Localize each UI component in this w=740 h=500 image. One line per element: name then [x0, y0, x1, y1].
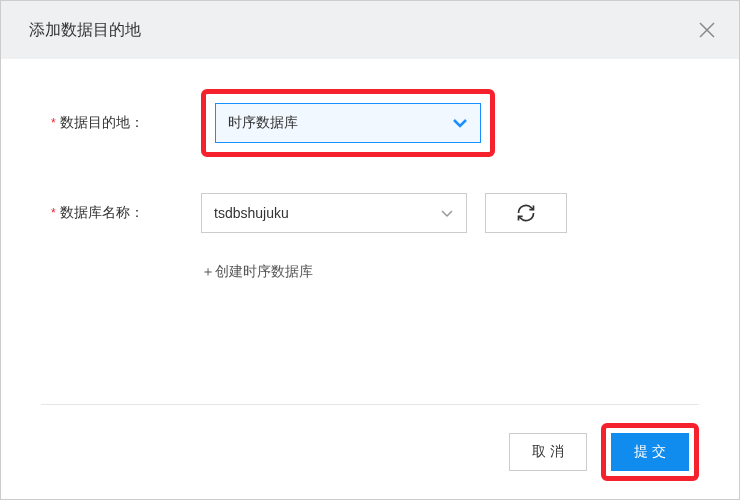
- required-asterisk: *: [51, 206, 56, 220]
- refresh-icon: [516, 203, 536, 223]
- dialog-footer: 取消 提交: [41, 404, 699, 499]
- dialog-title: 添加数据目的地: [29, 20, 141, 41]
- destination-select-value: 时序数据库: [228, 114, 298, 132]
- chevron-down-icon: [452, 115, 468, 131]
- add-destination-dialog: 添加数据目的地 *数据目的地： 时序数据库 *数据库名称：: [0, 0, 740, 500]
- dbname-control-wrap: tsdbshujuku: [201, 193, 567, 233]
- dialog-header: 添加数据目的地: [1, 1, 739, 59]
- dbname-label: *数据库名称：: [41, 204, 201, 222]
- dbname-select[interactable]: tsdbshujuku: [201, 193, 467, 233]
- dbname-label-text: 数据库名称：: [60, 204, 144, 220]
- destination-highlight: 时序数据库: [201, 89, 495, 157]
- dbname-select-value: tsdbshujuku: [214, 205, 289, 221]
- form-row-destination: *数据目的地： 时序数据库: [41, 89, 699, 157]
- close-button[interactable]: [695, 18, 719, 42]
- close-icon: [698, 21, 716, 39]
- create-link-row: ＋创建时序数据库: [41, 263, 699, 281]
- cancel-button[interactable]: 取消: [509, 433, 587, 471]
- submit-highlight: 提交: [601, 423, 699, 481]
- submit-button[interactable]: 提交: [611, 433, 689, 471]
- create-tsdb-link[interactable]: ＋创建时序数据库: [201, 263, 313, 281]
- destination-select[interactable]: 时序数据库: [215, 103, 481, 143]
- destination-label: *数据目的地：: [41, 114, 201, 132]
- form-row-dbname: *数据库名称： tsdbshujuku: [41, 193, 699, 233]
- destination-label-text: 数据目的地：: [60, 114, 144, 130]
- chevron-down-icon: [440, 205, 454, 221]
- dialog-body: *数据目的地： 时序数据库 *数据库名称： tsdbshujuku: [1, 59, 739, 404]
- refresh-button[interactable]: [485, 193, 567, 233]
- required-asterisk: *: [51, 116, 56, 130]
